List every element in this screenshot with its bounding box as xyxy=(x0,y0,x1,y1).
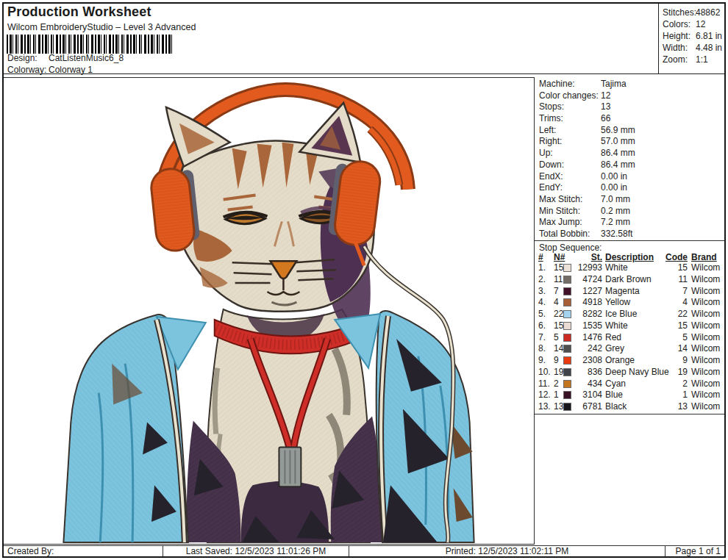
machine-info-label: Down: xyxy=(539,159,564,170)
thread-code: 15 xyxy=(658,262,688,273)
machine-info-value: 57.0 mm xyxy=(601,136,635,146)
last-saved-cell: Last Saved: 12/5/2023 11:01:26 PM xyxy=(163,545,349,558)
machine-info-row: Stops: 13 xyxy=(535,101,726,113)
needle-number: 5 xyxy=(554,332,559,342)
machine-info-row: Trims: 66 xyxy=(535,113,726,125)
thread-description: Ice Blue xyxy=(605,309,637,319)
row-number: 4. xyxy=(538,297,546,307)
stitch-count: 2308 xyxy=(568,355,602,365)
thread-brand: Wilcom xyxy=(691,390,720,400)
stitch-count: 434 xyxy=(568,378,602,389)
thread-description: Black xyxy=(605,401,627,412)
stop-sequence-row: 9. 9 2308 Orange 9 Wilcom xyxy=(535,355,726,367)
machine-info-value: 7.0 mm xyxy=(601,194,630,204)
machine-info-label: Machine: xyxy=(539,79,575,89)
thread-description: Orange xyxy=(605,355,635,365)
production-worksheet-page: Production Worksheet Wilcom EmbroiderySt… xyxy=(0,0,728,560)
thread-code: 1 xyxy=(658,390,688,400)
stitch-count: 8282 xyxy=(568,309,602,319)
row-number: 8. xyxy=(538,343,546,353)
thread-brand: Wilcom xyxy=(691,286,720,296)
thread-code: 13 xyxy=(658,401,688,412)
page-title: Production Worksheet xyxy=(7,4,151,20)
row-number: 9. xyxy=(538,355,546,365)
thread-brand: Wilcom xyxy=(691,262,720,273)
machine-info-label: Left: xyxy=(539,125,556,135)
stop-sequence-row: 6. 15 1535 White 15 Wilcom xyxy=(535,320,726,332)
machine-info-value: 66 xyxy=(601,113,610,123)
row-number: 6. xyxy=(538,320,546,331)
thread-code: 5 xyxy=(658,332,688,342)
stat-value: 12 xyxy=(696,19,705,29)
needle-number: 15 xyxy=(554,320,563,331)
thread-code: 7 xyxy=(658,286,688,296)
machine-info-label: Max Stitch: xyxy=(539,194,582,204)
thread-description: White xyxy=(605,320,628,331)
needle-number: 13 xyxy=(554,401,563,412)
stitch-count: 1535 xyxy=(568,320,602,331)
stat-label: Width: xyxy=(663,43,688,53)
stop-sequence-header: # N# St. Description Code Brand xyxy=(535,252,726,263)
thread-code: 14 xyxy=(658,343,688,353)
cat-artwork xyxy=(3,78,534,544)
machine-info-label: Stops: xyxy=(539,101,564,112)
needle-number: 4 xyxy=(554,297,559,307)
machine-info-value: 0.00 in xyxy=(601,171,627,182)
col-header-code: Code xyxy=(658,252,688,262)
stop-sequence-row: 7. 5 1476 Red 5 Wilcom xyxy=(535,332,726,344)
stitch-count: 836 xyxy=(568,367,602,377)
page-number-cell: Page 1 of 1 xyxy=(665,545,726,558)
row-number: 3. xyxy=(538,286,546,296)
embroidery-preview xyxy=(2,77,535,545)
row-number: 1. xyxy=(538,262,546,273)
machine-info-label: Up: xyxy=(539,148,553,158)
needle-number: 14 xyxy=(554,343,563,353)
machine-info-value: 7.2 mm xyxy=(601,217,630,227)
stat-value: 4.48 in xyxy=(696,43,722,53)
stat-label: Colors: xyxy=(663,19,690,29)
machine-info-row: Left: 56.9 mm xyxy=(535,125,726,137)
stop-sequence-row: 8. 14 242 Grey 14 Wilcom xyxy=(535,343,726,355)
machine-info-value: 86.4 mm xyxy=(601,159,635,170)
stitch-count: 6781 xyxy=(568,401,602,412)
design-barcode xyxy=(7,35,174,54)
stitch-count: 1476 xyxy=(568,332,602,342)
footer-bar: Created By: Last Saved: 12/5/2023 11:01:… xyxy=(2,545,726,558)
printed-cell: Printed: 12/5/2023 11:02:11 PM xyxy=(349,545,665,558)
thread-code: 15 xyxy=(658,320,688,331)
thread-description: White xyxy=(605,262,628,273)
thread-code: 2 xyxy=(658,378,688,389)
machine-info-label: Trims: xyxy=(539,113,563,123)
stitch-count: 4724 xyxy=(568,274,602,284)
stop-sequence-heading: Stop Sequence: xyxy=(539,243,602,253)
machine-info-value: Tajima xyxy=(601,79,627,89)
needle-number: 19 xyxy=(554,367,563,377)
col-header-n: N# xyxy=(554,252,565,262)
machine-info-label: Max Jump: xyxy=(539,217,582,227)
machine-info-row: Down: 86.4 mm xyxy=(535,159,726,171)
needle-number: 9 xyxy=(554,355,559,365)
machine-info-label: EndX: xyxy=(539,171,563,182)
stat-row: Colors: 12 xyxy=(659,19,726,31)
machine-info-value: 13 xyxy=(601,101,610,112)
stop-sequence-row: 1. 15 12993 White 15 Wilcom xyxy=(535,262,726,274)
machine-info-label: EndY: xyxy=(539,182,563,193)
thread-description: Blue xyxy=(605,390,623,400)
stat-label: Zoom: xyxy=(663,54,688,65)
thread-code: 4 xyxy=(658,297,688,307)
stop-sequence-row: 5. 22 8282 Ice Blue 22 Wilcom xyxy=(535,309,726,320)
stop-sequence-row: 4. 4 4918 Yellow 4 Wilcom xyxy=(535,297,726,309)
thread-brand: Wilcom xyxy=(691,378,720,389)
needle-number: 1 xyxy=(554,390,559,400)
header-divider xyxy=(658,2,659,74)
thread-description: Yellow xyxy=(605,297,630,307)
thread-code: 9 xyxy=(658,355,688,365)
machine-info-row: Total Bobbin: 332.58ft xyxy=(535,229,726,240)
thread-code: 22 xyxy=(658,309,688,319)
thread-description: Magenta xyxy=(605,286,640,296)
machine-info-row: Max Jump: 7.2 mm xyxy=(535,217,726,229)
stat-value: 48862 xyxy=(696,7,720,18)
needle-number: 2 xyxy=(554,378,559,389)
colorway-row: Colorway: Colorway 1 xyxy=(0,65,294,76)
thread-description: Grey xyxy=(605,343,624,353)
